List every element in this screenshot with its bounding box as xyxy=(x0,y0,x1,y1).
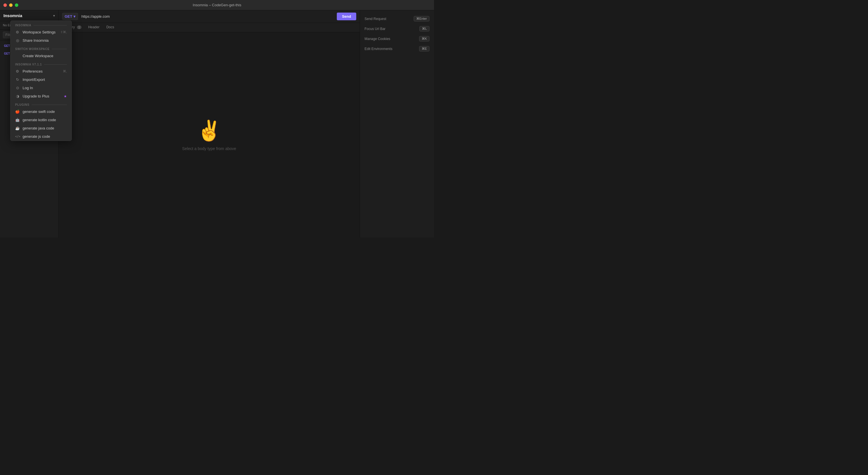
plugin-kotlin-label: generate kotlin code xyxy=(23,118,67,122)
plugin-js-label: generate js code xyxy=(23,134,67,138)
shortcut-cookies-label: Manage Cookies xyxy=(365,37,390,41)
shortcut-cookies-key: ⌘K xyxy=(419,36,429,41)
traffic-lights xyxy=(3,3,18,7)
chevron-down-icon: ▾ xyxy=(53,14,55,18)
menu-section-version: INSOMNIA V7.1.1 xyxy=(10,60,71,67)
peace-icon: ✌️ xyxy=(197,119,222,142)
menu-item-plugin-java[interactable]: ☕ generate java code xyxy=(10,124,71,132)
menu-item-plugin-swift[interactable]: 🍎 generate swift code xyxy=(10,107,71,116)
import-export-label: Import/Export xyxy=(23,77,67,82)
shortcut-send-label: Send Request xyxy=(365,17,386,21)
workspace-settings-shortcut: ⇧⌘, xyxy=(60,30,67,34)
star-icon: ★ xyxy=(64,94,67,98)
request-tabs: Query 1 Header Docs xyxy=(59,23,360,32)
preferences-icon: ⚙ xyxy=(15,69,20,73)
shortcut-env-label: Edit Environments xyxy=(365,47,392,51)
shortcut-url-key: ⌘L xyxy=(420,26,429,31)
workspace-settings-label: Workspace Settings xyxy=(23,30,58,34)
plugin-java-label: generate java code xyxy=(23,126,67,130)
create-workspace-label: Create Workspace xyxy=(23,54,67,58)
menu-item-plugin-js[interactable]: </> generate js code xyxy=(10,132,71,140)
main-content: GET ▾ Send Query 1 Header Docs ✌️ Select… xyxy=(59,10,360,238)
close-button[interactable] xyxy=(3,3,7,7)
menu-item-preferences[interactable]: ⚙ Preferences ⌘, xyxy=(10,67,71,75)
shortcut-row-cookies: Manage Cookies ⌘K xyxy=(365,36,429,41)
fullscreen-button[interactable] xyxy=(15,3,18,7)
menu-item-upgrade-plus[interactable]: ◑ Upgrade to Plus ★ xyxy=(10,92,71,100)
send-button[interactable]: Send xyxy=(337,12,356,20)
gear-icon: ⚙ xyxy=(15,30,20,34)
window-title: Insomnia – CodeGen-get-this xyxy=(193,3,241,7)
method-label: GET xyxy=(65,14,72,19)
method-badge: GET xyxy=(3,52,11,56)
menu-item-workspace-settings[interactable]: ⚙ Workspace Settings ⇧⌘, xyxy=(10,28,71,36)
menu-section-insomnia: INSOMNIA xyxy=(10,21,71,28)
upgrade-icon: ◑ xyxy=(15,94,20,98)
menu-item-share-insomnia[interactable]: ◎ Share Insomnia xyxy=(10,36,71,44)
import-export-icon: ↻ xyxy=(15,77,20,82)
plugin-swift-label: generate swift code xyxy=(23,109,67,114)
shortcut-row-send: Send Request ⌘Enter xyxy=(365,16,429,22)
preferences-label: Preferences xyxy=(23,69,60,73)
method-badge: GET xyxy=(3,44,11,48)
app-logo: Insomnia xyxy=(3,13,22,18)
js-plugin-icon: </> xyxy=(15,135,20,138)
minimize-button[interactable] xyxy=(9,3,12,7)
method-select[interactable]: GET ▾ xyxy=(62,13,78,20)
menu-item-import-export[interactable]: ↻ Import/Export xyxy=(10,75,71,84)
menu-section-switch-workspace: SWITCH WORKSPACE xyxy=(10,44,71,52)
titlebar: Insomnia – CodeGen-get-this xyxy=(0,0,434,10)
preferences-shortcut: ⌘, xyxy=(63,69,67,73)
url-input[interactable] xyxy=(80,13,335,20)
kotlin-plugin-icon: 🤖 xyxy=(15,118,20,122)
shortcut-row-url: Focus Url Bar ⌘L xyxy=(365,26,429,31)
url-bar: GET ▾ Send xyxy=(59,10,360,23)
share-insomnia-label: Share Insomnia xyxy=(23,38,67,42)
shortcut-url-label: Focus Url Bar xyxy=(365,27,385,31)
dropdown-menu: INSOMNIA ⚙ Workspace Settings ⇧⌘, ◎ Shar… xyxy=(10,21,72,141)
menu-item-create-workspace[interactable]: Create Workspace xyxy=(10,52,71,60)
tab-header[interactable]: Header xyxy=(85,23,103,32)
swift-plugin-icon: 🍎 xyxy=(15,109,20,114)
query-badge: 1 xyxy=(77,26,82,29)
log-in-label: Log In xyxy=(23,86,67,90)
shortcut-row-env: Edit Environments ⌘E xyxy=(365,46,429,52)
tab-docs[interactable]: Docs xyxy=(103,23,118,32)
log-in-icon: ⊙ xyxy=(15,86,20,90)
upgrade-plus-label: Upgrade to Plus xyxy=(23,94,60,98)
share-icon: ◎ xyxy=(15,38,20,42)
java-plugin-icon: ☕ xyxy=(15,126,20,130)
shortcut-env-key: ⌘E xyxy=(419,46,429,52)
method-chevron-icon: ▾ xyxy=(73,14,75,19)
right-panel: Send Request ⌘Enter Focus Url Bar ⌘L Man… xyxy=(360,10,434,238)
menu-item-plugin-kotlin[interactable]: 🤖 generate kotlin code xyxy=(10,116,71,124)
menu-section-plugins: PLUGINS xyxy=(10,100,71,107)
shortcut-send-key: ⌘Enter xyxy=(414,16,429,22)
menu-item-log-in[interactable]: ⊙ Log In xyxy=(10,84,71,92)
body-placeholder-text: Select a body type from above xyxy=(182,146,236,151)
body-area: ✌️ Select a body type from above xyxy=(59,32,360,238)
sidebar-header[interactable]: Insomnia ▾ xyxy=(0,10,58,21)
